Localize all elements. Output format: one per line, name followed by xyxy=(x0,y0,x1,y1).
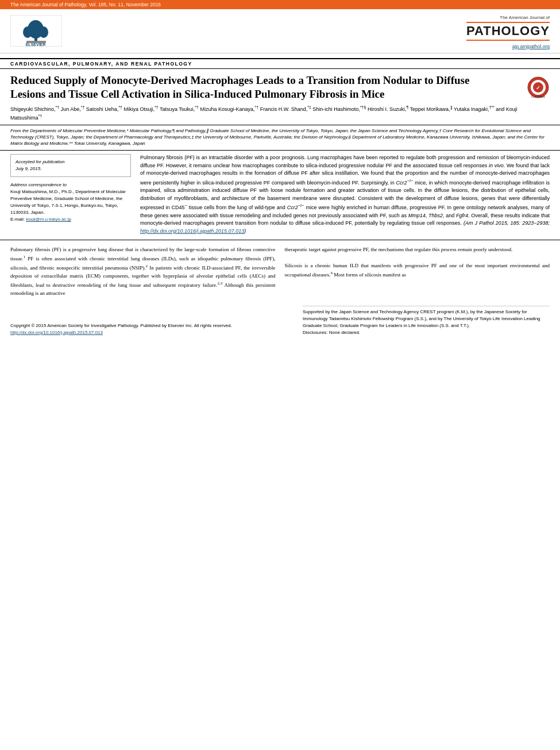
section-label-text: CARDIOVASCULAR, PULMONARY, AND RENAL PAT… xyxy=(10,61,192,67)
right-col: Pulmonary fibrosis (PF) is an intractabl… xyxy=(140,154,550,235)
left-col: Accepted for publication July 9, 2015. A… xyxy=(10,154,131,235)
footnote-right: Supported by the Japan Science and Techn… xyxy=(303,306,550,336)
svg-text:ELSEVIER: ELSEVIER xyxy=(26,43,46,47)
doi-footer: http://dx.doi.org/10.1016/j.ajpath.2015.… xyxy=(10,329,232,336)
accepted-label: Accepted for publication xyxy=(16,159,126,166)
body-right: therapeutic target against progressive P… xyxy=(285,246,550,298)
svg-point-3 xyxy=(23,26,32,38)
body-section: Pulmonary fibrosis (PF) is a progressive… xyxy=(0,240,560,298)
funding-disclosure: Disclosures: None declared. xyxy=(303,330,360,335)
accepted-box: Accepted for publication July 9, 2015. xyxy=(10,154,131,177)
svg-point-4 xyxy=(39,26,48,38)
two-col-section: Accepted for publication July 9, 2015. A… xyxy=(0,151,560,235)
abstract-text: Pulmonary fibrosis (PF) is an intractabl… xyxy=(140,154,550,235)
authors-text: Shigeyuki Shichino,*† Jun Abe,*† Satoshi… xyxy=(10,106,517,121)
banner-text: The American Journal of Pathology, Vol. … xyxy=(10,2,161,7)
journal-brand: The American Journal of PATHOLOGY ajp.am… xyxy=(466,15,550,49)
affiliations-block: From the Departments of Molecular Preven… xyxy=(0,125,560,151)
body-right-text: therapeutic target against progressive P… xyxy=(285,246,550,279)
funding-support: Supported by the Japan Science and Techn… xyxy=(303,309,540,328)
section-label: CARDIOVASCULAR, PULMONARY, AND RENAL PAT… xyxy=(0,58,560,69)
doi-footer-link[interactable]: http://dx.doi.org/10.1016/j.ajpath.2015.… xyxy=(10,330,103,335)
page: The American Journal of Pathology, Vol. … xyxy=(0,0,560,750)
crossmark[interactable]: ✓ CrossMark xyxy=(527,76,550,99)
footer-area: Copyright © 2015 American Society for In… xyxy=(0,302,560,339)
body-left: Pulmonary fibrosis (PF) is a progressive… xyxy=(10,246,276,298)
journal-brand-main: PATHOLOGY xyxy=(466,24,550,38)
elsevier-logo: ELSEVIER xyxy=(10,15,62,47)
doi-link[interactable]: http://dx.doi.org/10.1016/j.ajpath.2015.… xyxy=(140,228,244,234)
elsevier-logo-graphic: ELSEVIER xyxy=(10,15,62,47)
svg-text:CrossMark: CrossMark xyxy=(531,95,546,98)
brand-divider xyxy=(466,22,550,23)
footnote-left: Copyright © 2015 American Society for In… xyxy=(10,322,232,336)
address-block: Address correspondence to Kouji Matsushi… xyxy=(10,182,131,223)
email-label: E-mail: xyxy=(10,217,25,222)
address-label: Address correspondence to xyxy=(10,182,131,189)
address-name: Kouji Matsushima, M.D., Ph.D., Departmen… xyxy=(10,189,131,216)
brand-divider-2 xyxy=(466,40,550,41)
article-title: Reduced Supply of Monocyte-Derived Macro… xyxy=(10,74,487,101)
article-header: Reduced Supply of Monocyte-Derived Macro… xyxy=(0,69,560,105)
body-left-text: Pulmonary fibrosis (PF) is a progressive… xyxy=(10,246,276,298)
header-row: ELSEVIER The American Journal of PATHOLO… xyxy=(0,9,560,53)
crossmark-icon: ✓ CrossMark xyxy=(527,76,549,98)
top-banner: The American Journal of Pathology, Vol. … xyxy=(0,0,560,9)
funding-text: Supported by the Japan Science and Techn… xyxy=(303,309,550,336)
affiliations-text: From the Departments of Molecular Preven… xyxy=(10,128,544,146)
journal-url[interactable]: ajp.amjpathol.org xyxy=(512,44,550,49)
accepted-date: July 9, 2015. xyxy=(16,166,126,172)
svg-text:✓: ✓ xyxy=(536,85,540,91)
email-link[interactable]: kouji@m.u-tokyo.ac.jp xyxy=(26,217,71,222)
address-email: E-mail: kouji@m.u-tokyo.ac.jp xyxy=(10,216,131,223)
copyright-text: Copyright © 2015 American Society for In… xyxy=(10,322,232,329)
journal-brand-sub: The American Journal of xyxy=(500,15,550,20)
authors-block: Shigeyuki Shichino,*† Jun Abe,*† Satoshi… xyxy=(0,105,560,125)
